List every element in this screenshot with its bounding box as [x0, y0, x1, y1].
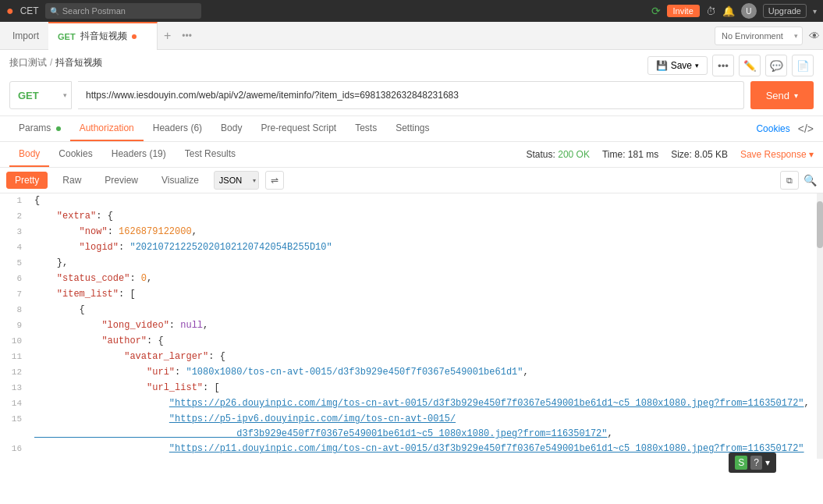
code-line: 14 "https://p26.douyinpic.com/img/tos-cn…: [0, 396, 823, 412]
code-line: 9 "long_video": null,: [0, 318, 823, 334]
save-label: Save: [671, 60, 692, 71]
save-icon: 💾: [656, 60, 668, 71]
code-line: 7 "item_list": [: [0, 287, 823, 303]
notification-icon[interactable]: 🔔: [722, 5, 735, 17]
code-line: 12 "uri": "1080x1080/tos-cn-avt-0015/d3f…: [0, 365, 823, 381]
resp-tab-cookies[interactable]: Cookies: [49, 142, 101, 167]
size-value: 8.05 KB: [694, 149, 728, 160]
tab-bar: Import GET 抖音短视频 + ••• No Environment ▾ …: [0, 22, 823, 50]
time-label: Time: 181 ms: [602, 149, 658, 160]
code-line: 16 "https://p11.douyinpic.com/img/tos-cn…: [0, 442, 823, 457]
method-select[interactable]: GET: [9, 81, 72, 109]
invite-button[interactable]: Invite: [667, 5, 700, 17]
tab-params[interactable]: Params: [9, 116, 70, 141]
url-input[interactable]: [78, 81, 744, 109]
code-line: 10 "author": {: [0, 334, 823, 350]
resp-tab-body[interactable]: Body: [9, 142, 49, 167]
resp-tab-test-results[interactable]: Test Results: [176, 142, 245, 167]
code-line: 15 "https://p5-ipv6.douyinpic.com/img/to…: [0, 412, 823, 442]
save-chevron-icon: ▾: [695, 62, 699, 69]
url-bar: GET ▾ Send ▾: [9, 81, 814, 109]
avatar-icon[interactable]: U: [741, 3, 757, 19]
edit-icon-button[interactable]: ✏️: [739, 55, 761, 76]
search-placeholder: Search Postman: [62, 6, 126, 16]
history-icon[interactable]: ⏱: [706, 5, 716, 17]
code-button[interactable]: </>: [798, 122, 814, 135]
send-button[interactable]: Send ▾: [750, 81, 814, 109]
time-value: 181 ms: [628, 149, 658, 160]
breadcrumb: 接口测试 / 抖音短视频: [9, 56, 102, 69]
import-button[interactable]: Import: [3, 22, 48, 50]
tab-overflow-button[interactable]: •••: [177, 30, 197, 41]
request-tabs-right: Cookies </>: [756, 122, 814, 135]
raw-button[interactable]: Raw: [54, 172, 90, 189]
comment-icon-button[interactable]: 💬: [765, 55, 787, 76]
code-line: 2 "extra": {: [0, 209, 823, 225]
breadcrumb-actions: 💾 Save ▾ ••• ✏️ 💬 📄: [647, 55, 814, 76]
json-toolbar-right: ⧉ 🔍: [780, 171, 817, 190]
search-box[interactable]: 🔍 Search Postman: [45, 3, 201, 19]
app-logo: ●: [6, 4, 14, 18]
code-line: 4 "logid": "202107212252020102120742054B…: [0, 240, 823, 256]
breadcrumb-parent[interactable]: 接口测试: [9, 56, 47, 69]
save-response-chevron-icon: ▾: [809, 149, 814, 160]
code-line: 3 "now": 1626879122000,: [0, 225, 823, 240]
document-icon-button[interactable]: 📄: [792, 55, 814, 76]
tab-unsaved-dot: [132, 34, 137, 39]
eye-button[interactable]: 👁: [809, 30, 820, 42]
active-tab[interactable]: GET 抖音短视频: [48, 22, 158, 50]
tab-body[interactable]: Body: [211, 116, 251, 141]
new-tab-button[interactable]: +: [158, 29, 177, 43]
copy-button[interactable]: ⧉: [780, 171, 799, 190]
cookies-link[interactable]: Cookies: [756, 123, 789, 134]
request-section: 接口测试 / 抖音短视频 💾 Save ▾ ••• ✏️ 💬 📄 GET ▾ S…: [0, 50, 823, 116]
code-line: 11 "avatar_larger": {: [0, 350, 823, 365]
size-label: Size: 8.05 KB: [671, 149, 728, 160]
resp-tab-headers[interactable]: Headers (19): [102, 142, 176, 167]
response-status: Status: 200 OK Time: 181 ms Size: 8.05 K…: [527, 149, 814, 160]
send-label: Send: [766, 90, 789, 101]
method-wrapper: GET ▾: [9, 81, 72, 109]
save-button[interactable]: 💾 Save ▾: [647, 56, 708, 75]
top-bar-right: ⟳ Invite ⏱ 🔔 U Upgrade ▾: [651, 3, 818, 19]
tab-authorization[interactable]: Authorization: [70, 116, 144, 141]
ime-help-icon[interactable]: ?: [750, 456, 762, 470]
tab-bar-right: No Environment ▾ 👁: [715, 27, 820, 45]
sync-icon: ⟳: [651, 5, 661, 17]
search-json-button[interactable]: 🔍: [803, 171, 817, 190]
tab-tests[interactable]: Tests: [346, 116, 386, 141]
code-area: 1 { 2 "extra": { 3 "now": 1626879122000,…: [0, 193, 823, 459]
upgrade-button[interactable]: Upgrade: [763, 4, 807, 18]
save-response-button[interactable]: Save Response ▾: [740, 149, 814, 160]
tab-method-label: GET: [58, 32, 76, 41]
more-options-button[interactable]: •••: [712, 55, 734, 76]
json-toolbar: Pretty Raw Preview Visualize JSON ▾ ⇌ ⧉ …: [0, 168, 823, 193]
ime-s-label: S: [735, 456, 747, 470]
environment-select[interactable]: No Environment: [715, 27, 803, 45]
ime-settings-icon[interactable]: ▾: [765, 457, 770, 468]
app-title-area: ● CET: [6, 4, 39, 18]
breadcrumb-row: 接口测试 / 抖音短视频 💾 Save ▾ ••• ✏️ 💬 📄: [9, 55, 814, 76]
preview-button[interactable]: Preview: [96, 172, 147, 189]
tab-title: 抖音短视频: [80, 30, 127, 43]
visualize-button[interactable]: Visualize: [153, 172, 208, 189]
request-tabs: Params Authorization Headers (6) Body Pr…: [0, 116, 823, 142]
env-selector-wrapper: No Environment ▾: [715, 27, 803, 45]
breadcrumb-current: 抖音短视频: [55, 56, 102, 69]
tab-pre-request-script[interactable]: Pre-request Script: [251, 116, 346, 141]
scrollbar[interactable]: [817, 193, 823, 459]
code-line: 5 },: [0, 256, 823, 272]
tab-headers[interactable]: Headers (6): [144, 116, 211, 141]
json-format-select[interactable]: JSON: [214, 171, 259, 190]
pretty-button[interactable]: Pretty: [6, 172, 48, 189]
ime-overlay: S ? ▾: [729, 453, 776, 473]
scrollbar-thumb[interactable]: [817, 201, 823, 248]
app-title: CET: [20, 5, 39, 16]
status-value: 200 OK: [558, 149, 590, 160]
wrap-lines-button[interactable]: ⇌: [265, 171, 284, 190]
code-line: 13 "url_list": [: [0, 381, 823, 396]
code-line: 1 {: [0, 193, 823, 209]
tab-settings[interactable]: Settings: [386, 116, 438, 141]
code-line: 8 {: [0, 303, 823, 318]
code-line: 6 "status_code": 0,: [0, 272, 823, 287]
